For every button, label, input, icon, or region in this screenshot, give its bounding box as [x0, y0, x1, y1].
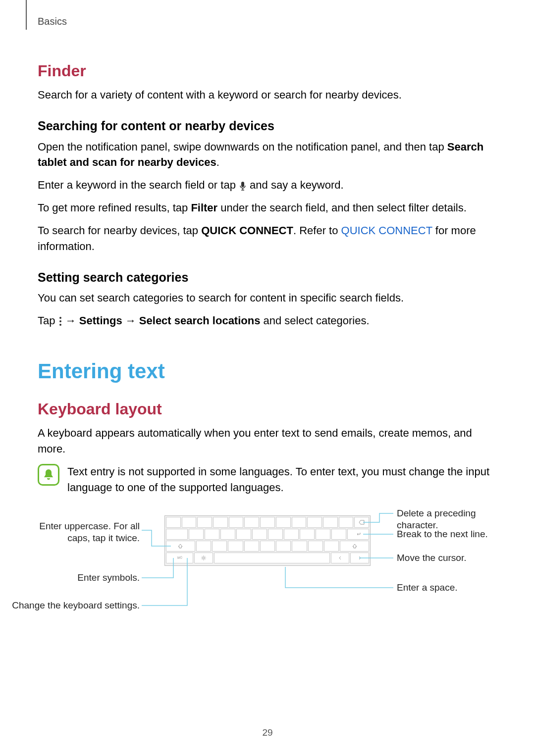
header-rule [26, 0, 27, 30]
categories-p1: You can set search categories to search … [38, 290, 498, 306]
microphone-icon [239, 181, 247, 191]
heading-categories: Setting search categories [38, 268, 498, 286]
text: → [122, 314, 139, 327]
cursor-left-key [331, 553, 350, 563]
text: . Refer to [293, 224, 341, 237]
shift-key [340, 541, 369, 552]
page-content: Finder Search for a variety of content w… [38, 50, 498, 636]
callout-symbols: Enter symbols. [30, 572, 140, 584]
note-bell-icon [38, 464, 59, 486]
more-options-icon [59, 317, 61, 326]
note-callout: Text entry is not supported in some lang… [38, 464, 498, 496]
callout-enter: Break to the next line. [397, 528, 488, 540]
categories-p2: Tap → Settings → Select search locations… [38, 313, 498, 329]
text: To search for nearby devices, tap [38, 224, 201, 237]
page-number: 29 [0, 727, 535, 738]
text: To get more refined results, tap [38, 202, 191, 214]
svg-rect-0 [241, 182, 244, 187]
enter-key [347, 529, 369, 540]
quick-connect-link[interactable]: QUICK CONNECT [341, 224, 432, 237]
heading-keyboard-layout: Keyboard layout [38, 398, 498, 420]
cursor-right-key [350, 553, 369, 563]
finder-p3: To get more refined results, tap Filter … [38, 200, 498, 216]
keyboard-illustration: !#© [164, 515, 371, 566]
text: Open the notification panel, swipe downw… [38, 141, 447, 153]
svg-point-3 [203, 557, 205, 559]
shift-key [166, 541, 195, 552]
callout-shift: Enter uppercase. For all caps, tap it tw… [30, 520, 140, 544]
breadcrumb: Basics [38, 16, 67, 27]
text: Enter a keyword in the search field or t… [38, 179, 239, 191]
finder-p2: Enter a keyword in the search field or t… [38, 177, 498, 193]
finder-intro: Search for a variety of content with a k… [38, 87, 498, 103]
finder-p4: To search for nearby devices, tap QUICK … [38, 223, 498, 254]
text-bold: Settings [79, 314, 122, 327]
text: . [216, 156, 219, 168]
callout-backspace: Delete a preceding character. [397, 507, 498, 531]
space-key [214, 553, 330, 563]
note-text: Text entry is not supported in some lang… [67, 464, 498, 496]
heading-searching: Searching for content or nearby devices [38, 117, 498, 135]
keyboard-p1: A keyboard appears automatically when yo… [38, 425, 498, 457]
text: and say a keyword. [247, 179, 344, 191]
finder-p1: Open the notification panel, swipe downw… [38, 139, 498, 171]
backspace-key [354, 517, 369, 528]
heading-finder: Finder [38, 59, 498, 82]
text: and select categories. [260, 314, 369, 327]
settings-key [194, 553, 213, 563]
heading-entering-text: Entering text [38, 356, 498, 387]
text-bold: Select search locations [139, 314, 261, 327]
text: Tap [38, 314, 58, 327]
text-bold: QUICK CONNECT [201, 224, 293, 237]
callout-settings: Change the keyboard settings. [10, 600, 140, 611]
text-bold: Filter [191, 202, 217, 214]
text: → [62, 314, 79, 327]
callout-cursor: Move the cursor. [397, 552, 466, 564]
text: under the search field, and then select … [217, 202, 467, 214]
keyboard-diagram: !#© Enter uppercase. For all caps, tap i… [38, 507, 498, 636]
callout-space: Enter a space. [397, 582, 458, 594]
symbols-key: !#© [166, 553, 193, 563]
